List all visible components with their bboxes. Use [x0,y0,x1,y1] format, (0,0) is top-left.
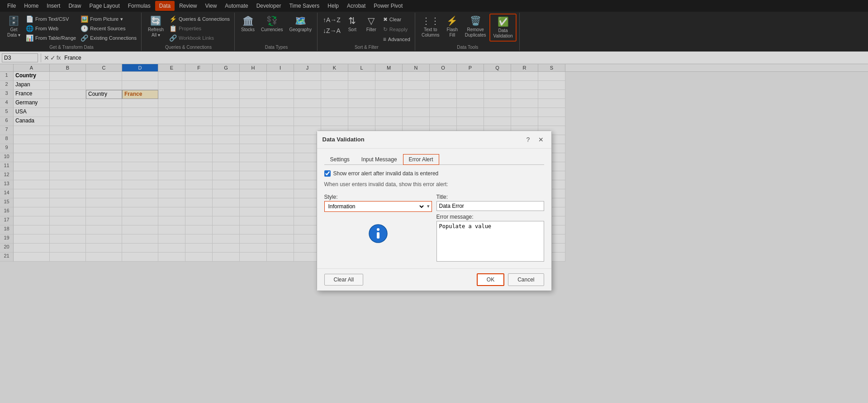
dialog-tabs: Settings Input Message Error Alert [324,154,544,165]
style-label: Style: [324,194,432,200]
dialog-body: Settings Input Message Error Alert Show … [317,149,551,268]
style-select-wrap: Information Warning Stop ▾ [324,201,432,212]
style-dropdown-arrow: ▾ [425,202,432,210]
title-input[interactable] [436,201,544,211]
tab-input-message[interactable]: Input Message [356,154,403,165]
tab-settings[interactable]: Settings [324,154,356,165]
dialog-footer: Clear All OK Cancel [317,268,551,291]
error-message-label: Error message: [436,214,544,220]
dialog-title: Data Validation [323,136,365,143]
show-error-checkbox[interactable] [324,170,331,177]
info-text: When user enters invalid data, show this… [324,181,544,187]
cancel-button[interactable]: Cancel [508,273,544,286]
ok-button[interactable]: OK [477,273,504,286]
tab-error-alert[interactable]: Error Alert [403,154,439,165]
clear-all-button[interactable]: Clear All [324,274,364,286]
form-right: Title: Error message: [436,194,544,263]
info-icon-preview [368,224,388,248]
title-label: Title: [436,194,544,200]
show-error-label: Show error alert after invalid data is e… [333,170,439,177]
error-message-wrap [436,221,544,263]
style-select[interactable]: Information Warning Stop [325,202,425,211]
show-error-alert-row: Show error alert after invalid data is e… [324,170,544,177]
error-message-textarea[interactable] [436,221,544,262]
svg-point-2 [377,228,379,231]
form-grid: Style: Information Warning Stop ▾ [324,194,544,263]
svg-rect-1 [377,232,379,239]
dialog-overlay: Data Validation ? ✕ Settings Input Messa… [0,0,868,394]
dialog-title-bar: Data Validation ? ✕ [317,131,551,149]
dialog-help-button[interactable]: ? [523,135,533,145]
dialog-close-button[interactable]: ✕ [536,135,546,145]
dialog-controls: ? ✕ [523,135,546,145]
data-validation-dialog: Data Validation ? ✕ Settings Input Messa… [317,131,552,291]
form-left: Style: Information Warning Stop ▾ [324,194,432,263]
